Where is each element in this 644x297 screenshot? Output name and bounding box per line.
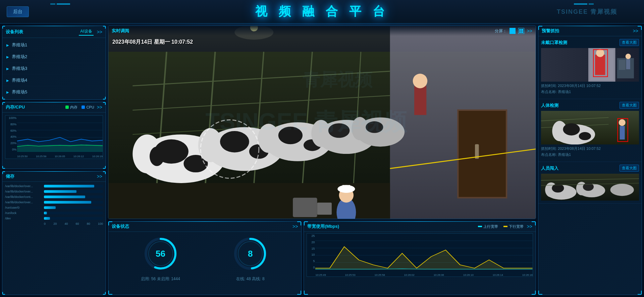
upstream-legend-color — [478, 226, 482, 227]
x-label: 10:26:18 — [522, 273, 533, 277]
center-panel: 实时调阅 分屏： >> — [108, 26, 536, 295]
alert-capture-time-person: 抓拍时间: 2023年08月14日 10:07:52 — [541, 146, 639, 152]
device-list-more[interactable]: >> — [97, 29, 102, 35]
bw-chart-y-labels: 25 20 15 10 5 0 — [307, 234, 315, 270]
alert-capture-title: 预警抓拍 — [542, 28, 559, 34]
device-item-label: 养殖场3 — [12, 66, 27, 72]
device-item[interactable]: ▶ 养殖场4 — [2, 75, 106, 86]
storage-header: 储存 >> — [2, 171, 106, 182]
storage-bar-fill — [44, 217, 50, 220]
svg-rect-80 — [626, 59, 630, 69]
x-label: 10:25:50 — [17, 155, 28, 158]
x-axis-label: 20 — [53, 222, 57, 225]
page-title: 视 频 融 合 平 台 — [255, 3, 389, 20]
alert-meta-person: 抓拍时间: 2023年08月14日 10:07:52 布点名称: 养殖场1 — [541, 144, 639, 159]
memory-legend-label: 内存 — [70, 105, 77, 110]
svg-point-75 — [596, 49, 604, 57]
svg-text:青犀视频: 青犀视频 — [303, 70, 373, 89]
chevron-right-icon: ▶ — [6, 90, 9, 94]
alert-location-mask: 布点名称: 养殖场1 — [541, 89, 639, 95]
svg-point-87 — [579, 132, 591, 140]
storage-bar-bg — [44, 190, 103, 193]
storage-more[interactable]: >> — [97, 174, 102, 179]
cpu-memory-more[interactable]: >> — [97, 104, 102, 110]
video-content: 2023年08月14日 星期一 10:07:52 — [108, 26, 536, 219]
status-info-2: 在线: 48 高线: 8 — [236, 275, 265, 283]
bandwidth-title: 带宽使用(Mbps) — [307, 223, 339, 229]
split-cell — [519, 31, 521, 33]
cpu-legend-label: CPU — [86, 105, 94, 109]
device-item-label: 养殖场2 — [12, 54, 27, 60]
split-cell — [521, 29, 523, 31]
gauge-area: 56 启用: 56 未启用: 1444 — [108, 232, 301, 283]
x-axis-label: 100 — [98, 222, 103, 225]
video-more[interactable]: >> — [527, 28, 532, 34]
device-item[interactable]: ▶ 养殖场2 — [2, 51, 106, 63]
header-logo: TSINGEE 青犀视频 — [557, 8, 617, 16]
svg-point-97 — [583, 183, 594, 191]
left-panel: 设备列表 AI设备 >> ▶ 养殖场1 ▶ 养殖场2 — [2, 26, 106, 295]
split-cell — [521, 31, 523, 33]
svg-point-88 — [619, 119, 626, 126]
memory-cpu-chart-svg — [17, 116, 103, 152]
storage-item: /var/lib/docker/over... — [5, 184, 103, 188]
cpu-legend: CPU — [82, 105, 94, 110]
storage-bar-bg — [44, 196, 103, 198]
header-deco-right — [574, 3, 594, 5]
storage-label: /dev — [5, 217, 42, 220]
alert-view-btn-mask[interactable]: 查看大图 — [620, 39, 639, 46]
storage-item: /dev — [5, 217, 103, 220]
alert-location-person: 布点名称: 养殖场1 — [541, 152, 639, 158]
alert-person-svg — [541, 111, 639, 144]
svg-rect-78 — [619, 60, 626, 70]
alert-intrude-svg — [541, 174, 639, 201]
storage-bar-bg — [44, 217, 103, 220]
y-label: 20 — [308, 241, 315, 244]
x-axis-label: 0 — [44, 222, 46, 225]
storage-label: /var/lib/docker/over... — [5, 201, 42, 204]
y-label: 0% — [6, 148, 16, 151]
gauge-wrap-2: 8 在线: 48 高线: 8 — [232, 235, 269, 283]
bottom-panels: 设备状态 >> — [108, 221, 536, 295]
bandwidth-chart-area: 25 20 15 10 5 0 — [304, 232, 536, 294]
device-list: ▶ 养殖场1 ▶ 养殖场2 ▶ 养殖场3 ▶ 养殖场4 — [2, 38, 106, 99]
storage-bar-fill — [44, 212, 47, 214]
split-1-button[interactable] — [509, 28, 516, 34]
chevron-right-icon: ▶ — [6, 79, 9, 82]
chart-x-labels: 10:25:50 10:25:58 10:26:05 10:26:12 10:2… — [17, 154, 103, 159]
device-list-panel: 设备列表 AI设备 >> ▶ 养殖场1 ▶ 养殖场2 — [2, 26, 106, 100]
device-item[interactable]: ▶ 养殖场3 — [2, 63, 106, 75]
gauge-1: 56 — [142, 235, 179, 272]
video-panel: 实时调阅 分屏： >> — [108, 26, 536, 219]
device-status-panel: 设备状态 >> — [108, 221, 302, 295]
device-item[interactable]: ▶ 养殖场1 — [2, 39, 106, 51]
bw-chart-x-labels: 10:25:49 10:25:53 10:25:58 10:26:02 10:2… — [315, 273, 533, 277]
device-item-label: 养殖场4 — [12, 77, 27, 83]
header-deco-left — [50, 3, 70, 5]
storage-title: 储存 — [6, 173, 14, 179]
x-label: 10:26:19 — [92, 155, 103, 158]
alert-header-mask: 未戴口罩检测 查看大图 — [541, 39, 639, 46]
y-label: 80% — [6, 123, 16, 126]
svg-text:TSINGEE 青犀视频: TSINGEE 青犀视频 — [206, 109, 408, 135]
tab-ai-device[interactable]: AI设备 — [79, 28, 93, 36]
device-item[interactable]: ▶ 养殖场5 — [2, 86, 106, 98]
alert-mask-svg — [541, 48, 639, 82]
y-label: 5 — [308, 259, 315, 263]
gauge-value-2: 8 — [232, 235, 269, 272]
right-panel: 预警抓拍 >> 未戴口罩检测 查看大图 — [538, 26, 642, 295]
svg-rect-46 — [414, 86, 426, 115]
storage-label: /run/user/0 — [5, 206, 42, 209]
alert-image-person — [541, 111, 639, 144]
alert-image-mask — [541, 48, 639, 82]
memory-legend-color — [65, 105, 69, 109]
x-label: 10:25:49 — [315, 273, 326, 277]
alert-meta-mask: 抓拍时间: 2023年08月14日 10:07:52 布点名称: 养殖场1 — [541, 82, 639, 96]
svg-marker-70 — [315, 247, 533, 270]
alert-view-btn-intrude[interactable]: 查看大图 — [620, 165, 639, 172]
storage-label: /var/lib/docker/over... — [5, 184, 42, 188]
split-4-button[interactable] — [518, 28, 524, 34]
alert-view-btn-person[interactable]: 查看大图 — [620, 102, 639, 109]
x-axis-label: 80 — [87, 222, 90, 225]
back-button[interactable]: 后台 — [7, 6, 29, 17]
